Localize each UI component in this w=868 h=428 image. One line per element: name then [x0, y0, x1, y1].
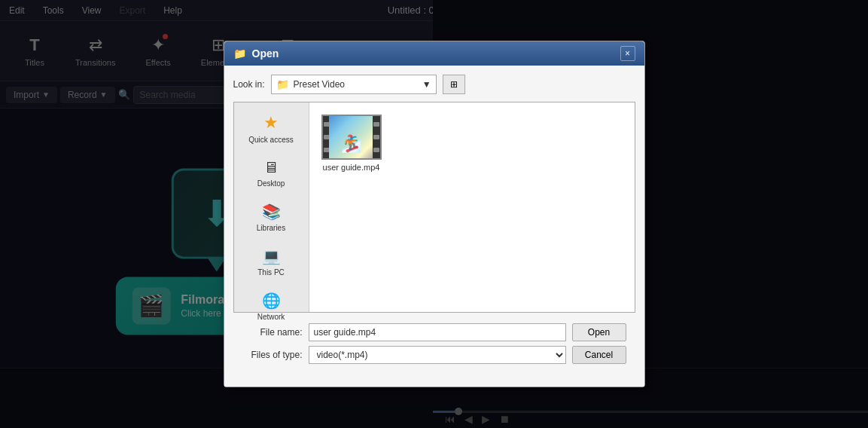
- dialog-close-button[interactable]: ×: [620, 46, 635, 61]
- film-hole: [373, 122, 379, 127]
- dialog-folder-icon: 📁: [233, 47, 246, 60]
- view-grid-icon: ⊞: [450, 79, 458, 90]
- network-icon: 🌐: [262, 292, 281, 310]
- file-name-input[interactable]: [309, 323, 566, 341]
- file-item-user-guide[interactable]: 🏂 user guide.mp4: [318, 112, 385, 175]
- thumbnail-image: 🏂: [329, 115, 374, 160]
- look-in-folder-icon: 📁: [276, 78, 289, 90]
- dialog-files: 🏂 user guide.mp4: [309, 102, 635, 312]
- look-in-label: Look in:: [233, 79, 265, 90]
- sidebar-this-pc-label: This PC: [257, 268, 285, 277]
- dialog-sidebar: ★ Quick access 🖥 Desktop 📚 Libraries 💻 T…: [234, 102, 309, 312]
- dialog-footer: File name: Open Files of type: video(*.m…: [233, 320, 635, 378]
- sidebar-libraries-label: Libraries: [257, 224, 285, 232]
- look-in-arrow-icon: ▼: [422, 79, 431, 90]
- this-pc-icon: 💻: [262, 247, 281, 265]
- look-in-row: Look in: 📁 Preset Video ▼ ⊞: [233, 75, 635, 94]
- view-options-button[interactable]: ⊞: [443, 75, 465, 94]
- desktop-icon: 🖥: [263, 159, 279, 176]
- sidebar-network[interactable]: 🌐 Network: [234, 284, 309, 329]
- quick-access-icon: ★: [263, 113, 279, 133]
- libraries-icon: 📚: [262, 203, 281, 221]
- file-name-field-label: File name:: [242, 327, 303, 338]
- film-strip-right: [373, 116, 380, 158]
- files-type-row: Files of type: video(*.mp4) Cancel: [242, 346, 626, 364]
- open-button[interactable]: Open: [572, 323, 626, 341]
- cancel-button[interactable]: Cancel: [572, 346, 626, 364]
- sidebar-desktop[interactable]: 🖥 Desktop: [234, 151, 309, 195]
- sidebar-quick-access-label: Quick access: [248, 136, 293, 144]
- dialog-body: Look in: 📁 Preset Video ▼ ⊞ ★ Quick acce…: [224, 66, 644, 387]
- sidebar-desktop-label: Desktop: [257, 179, 285, 188]
- dialog-titlebar: 📁 Open ×: [224, 41, 644, 66]
- dialog-title: 📁 Open: [233, 47, 279, 60]
- film-hole: [373, 148, 379, 152]
- look-in-value: Preset Video: [294, 79, 418, 90]
- file-thumbnail: 🏂: [321, 115, 382, 160]
- sidebar-this-pc[interactable]: 💻 This PC: [234, 240, 309, 284]
- files-of-type-select[interactable]: video(*.mp4): [309, 346, 566, 364]
- sidebar-network-label: Network: [257, 313, 285, 321]
- open-dialog: 📁 Open × Look in: 📁 Preset Video ▼ ⊞: [224, 41, 645, 387]
- dialog-overlay: 📁 Open × Look in: 📁 Preset Video ▼ ⊞: [0, 0, 868, 428]
- file-name-label: user guide.mp4: [323, 163, 380, 172]
- sidebar-quick-access[interactable]: ★ Quick access: [234, 105, 309, 151]
- dialog-content: ★ Quick access 🖥 Desktop 📚 Libraries 💻 T…: [233, 102, 635, 313]
- look-in-dropdown[interactable]: 📁 Preset Video ▼: [271, 75, 437, 94]
- film-hole: [373, 135, 379, 139]
- sidebar-libraries[interactable]: 📚 Libraries: [234, 195, 309, 240]
- thumbnail-figure: 🏂: [341, 134, 361, 154]
- files-of-type-label: Files of type:: [242, 350, 303, 360]
